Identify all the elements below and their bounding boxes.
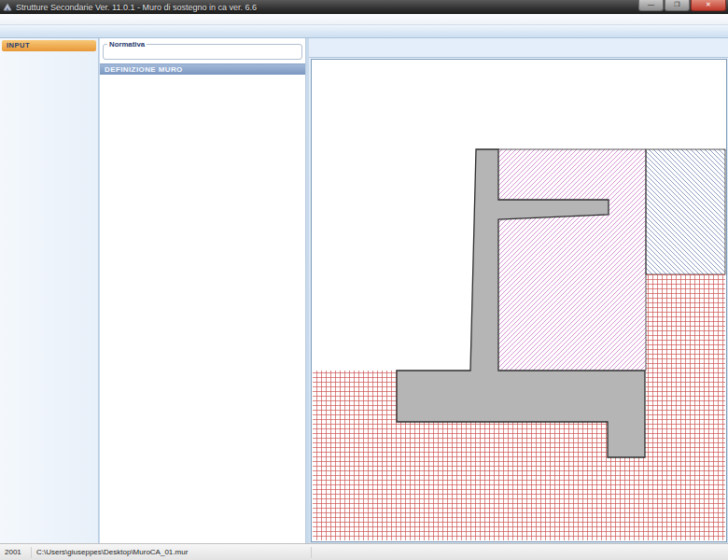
- app-window: Strutture Secondarie Ver. 11.0.1 - Muro …: [0, 0, 728, 560]
- status-bar: 2001 C:\Users\giuseppes\Desktop\MuroCA_0…: [0, 543, 728, 560]
- foundation-soil-right-hatch: [646, 274, 725, 540]
- normativa-title: Normativa: [107, 40, 147, 49]
- menu-bar: [0, 14, 728, 25]
- minimize-button[interactable]: —: [638, 0, 664, 11]
- main-area: INPUT Normativa DEFINIZIONE MURO: [0, 38, 728, 543]
- parameters-panel: Normativa DEFINIZIONE MURO: [100, 38, 306, 543]
- close-button[interactable]: ✕: [691, 0, 726, 11]
- title-bar: Strutture Secondarie Ver. 11.0.1 - Muro …: [0, 0, 728, 14]
- status-zone: 2001: [0, 547, 32, 558]
- normativa-groupbox: Normativa: [103, 40, 302, 60]
- window-title: Strutture Secondarie Ver. 11.0.1 - Muro …: [16, 3, 257, 12]
- status-empty: [312, 547, 728, 558]
- foundation-soil-left-hatch: [313, 371, 397, 540]
- backfill-layer-hatch: [498, 149, 646, 371]
- drawing-panel: [309, 38, 728, 543]
- sidebar-header: INPUT: [2, 40, 96, 51]
- upper-soil-layer-hatch: [646, 149, 725, 274]
- app-icon: [3, 3, 12, 12]
- main-toolbar: [0, 25, 728, 38]
- table-header: DEFINIZIONE MURO: [100, 63, 305, 75]
- drawing-canvas[interactable]: [311, 59, 727, 542]
- input-sidebar: INPUT: [0, 38, 99, 543]
- drawing-toolbar: [309, 38, 728, 58]
- status-file-path: C:\Users\giuseppes\Desktop\MuroCA_01.mur: [32, 547, 312, 558]
- maximize-button[interactable]: ❐: [665, 0, 690, 11]
